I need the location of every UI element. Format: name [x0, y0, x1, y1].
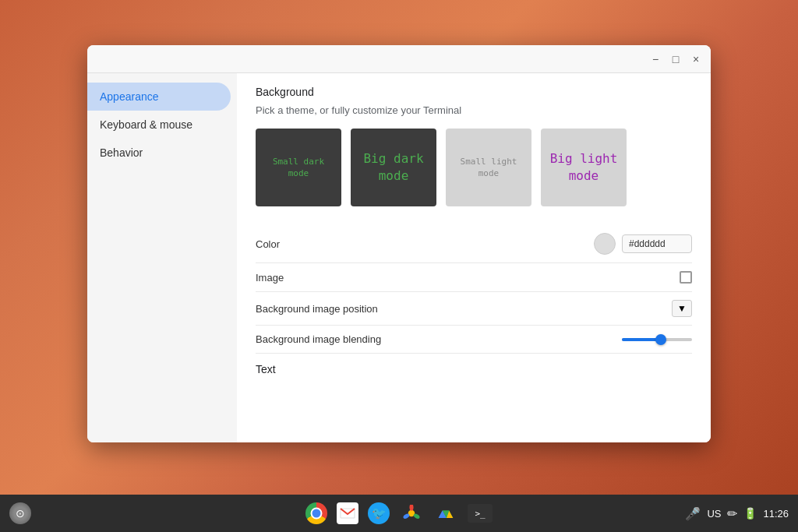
taskbar-left: ⊙ [9, 502, 31, 524]
launcher-dot: ⊙ [16, 507, 25, 520]
twitter-icon[interactable]: 🐦 [368, 502, 390, 524]
photos-icon[interactable] [399, 501, 424, 526]
locale-text[interactable]: US [707, 508, 721, 520]
taskbar: ⊙ 🐦 [0, 495, 798, 532]
sidebar-item-keyboard-mouse[interactable]: Keyboard & mouse [87, 111, 231, 139]
image-label: Image [256, 272, 680, 284]
text-section-title: Text [256, 363, 692, 375]
theme-cards-container: Small darkmode Big darkmode Small lightm… [256, 129, 692, 206]
slider-track [622, 338, 692, 341]
background-subtitle: Pick a theme, or fully customize your Te… [256, 104, 692, 116]
sidebar-item-keyboard-label: Keyboard & mouse [100, 118, 192, 131]
svg-point-1 [409, 505, 413, 511]
color-control [594, 233, 692, 255]
slider-thumb[interactable] [655, 334, 666, 345]
theme-big-light[interactable]: Big lightmode [541, 129, 627, 206]
theme-big-dark[interactable]: Big darkmode [351, 129, 436, 206]
battery-icon[interactable]: 🔋 [743, 507, 757, 520]
twitter-bird: 🐦 [372, 506, 387, 520]
bg-image-position-control: ▼ [672, 300, 692, 317]
bg-image-position-label: Background image position [256, 303, 672, 315]
chrome-icon[interactable] [305, 502, 327, 524]
microphone-icon[interactable]: 🎤 [685, 506, 701, 521]
background-section-title: Background [256, 86, 692, 98]
select-arrow-icon: ▼ [677, 303, 687, 314]
taskbar-right: 🎤 US ✏ 🔋 11:26 [685, 506, 789, 521]
color-input[interactable] [622, 234, 692, 253]
sidebar-item-behavior-label: Behavior [100, 146, 143, 159]
launcher-icon[interactable]: ⊙ [9, 502, 31, 524]
drive-icon[interactable] [433, 501, 458, 526]
image-control [680, 271, 692, 284]
content-area: Background Pick a theme, or fully custom… [237, 73, 711, 442]
settings-window: − □ × Appearance Keyboard & mouse Behavi… [87, 45, 711, 442]
bg-image-position-select[interactable]: ▼ [672, 300, 692, 317]
maximize-button[interactable]: □ [667, 51, 684, 68]
color-swatch[interactable] [594, 233, 616, 255]
sidebar-item-appearance[interactable]: Appearance [87, 83, 231, 111]
theme-small-light[interactable]: Small lightmode [446, 129, 531, 206]
theme-small-light-label: Small lightmode [461, 156, 517, 180]
window-body: Appearance Keyboard & mouse Behavior Bac… [87, 73, 711, 442]
bg-image-position-row: Background image position ▼ [256, 292, 692, 326]
color-row: Color [256, 225, 692, 263]
theme-big-light-label: Big lightmode [550, 150, 618, 185]
taskbar-center: 🐦 >_ [305, 501, 493, 526]
blending-slider[interactable] [622, 338, 692, 341]
pencil-icon[interactable]: ✏ [727, 506, 737, 521]
sidebar-item-behavior[interactable]: Behavior [87, 139, 231, 167]
theme-small-dark-label: Small darkmode [273, 156, 324, 180]
image-row: Image [256, 263, 692, 292]
theme-small-dark[interactable]: Small darkmode [256, 129, 341, 206]
sidebar-item-appearance-label: Appearance [100, 90, 159, 103]
color-label: Color [256, 238, 594, 250]
terminal-icon[interactable]: >_ [468, 504, 493, 523]
minimize-button[interactable]: − [647, 51, 664, 68]
bg-image-blending-control [622, 338, 692, 341]
sidebar: Appearance Keyboard & mouse Behavior [87, 73, 237, 442]
close-button[interactable]: × [687, 51, 704, 68]
bg-image-blending-label: Background image blending [256, 333, 622, 345]
clock-text: 11:26 [763, 508, 789, 520]
image-checkbox[interactable] [680, 271, 692, 284]
terminal-label: >_ [475, 509, 485, 519]
theme-big-dark-label: Big darkmode [363, 150, 423, 185]
bg-image-blending-row: Background image blending [256, 326, 692, 354]
window-titlebar: − □ × [87, 45, 711, 73]
gmail-icon[interactable] [337, 502, 358, 524]
